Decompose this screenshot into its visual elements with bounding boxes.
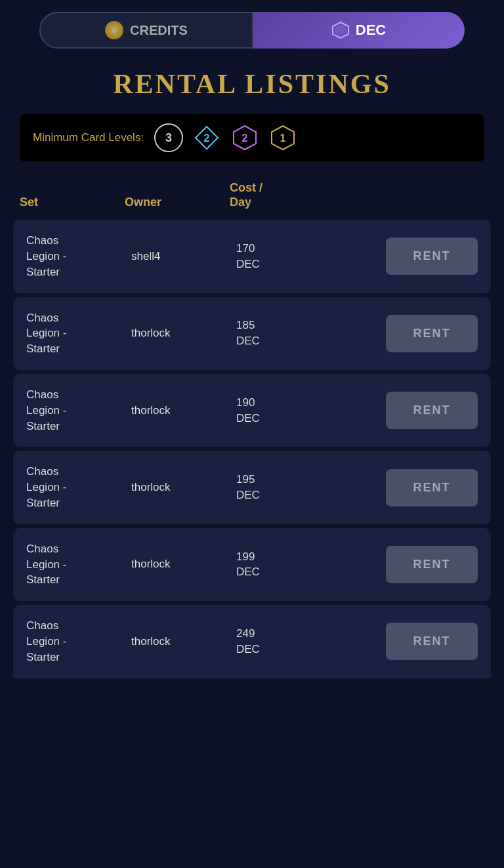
row-owner: thorlock [131,327,236,340]
listing-row: ChaosLegion -Starter thorlock 185DEC REN… [13,297,491,370]
col-header-cost: Cost /Day [230,181,308,209]
listing-row: ChaosLegion -Starter thorlock 249DEC REN… [13,605,491,678]
tab-dec-label: DEC [356,22,386,39]
tab-credits[interactable]: ● CREDITS [39,12,253,49]
row-cost: 185DEC [236,318,315,349]
level-badges: 3 2 2 1 [154,123,297,152]
row-set: ChaosLegion -Starter [26,233,131,279]
row-owner: shell4 [131,250,236,263]
level-badge-3-circle: 3 [154,123,183,152]
svg-text:2: 2 [242,133,248,144]
dec-icon [332,22,349,39]
row-set: ChaosLegion -Starter [26,387,131,434]
row-action: RENT [315,392,478,429]
svg-marker-1 [335,25,346,35]
row-action: RENT [315,623,478,660]
top-tabs: ● CREDITS DEC [0,0,504,55]
rent-button[interactable]: RENT [386,315,478,352]
svg-text:1: 1 [280,133,286,144]
tab-dec[interactable]: DEC [253,12,465,49]
row-cost: 249DEC [236,626,315,657]
row-action: RENT [315,238,478,275]
level-badge-1-hex-gold: 1 [268,123,297,152]
level-badge-2-hex-purple: 2 [230,123,259,152]
rent-button[interactable]: RENT [386,469,478,506]
table-header: Set Owner Cost /Day [0,175,504,216]
row-owner: thorlock [131,558,236,571]
col-header-owner: Owner [125,196,230,209]
row-owner: thorlock [131,481,236,494]
listings-container: ChaosLegion -Starter shell4 170DEC RENT … [0,220,504,678]
page-title: RENTAL LISTINGS [0,55,504,106]
rent-button[interactable]: RENT [386,623,478,660]
row-action: RENT [315,469,478,506]
col-header-set: Set [20,196,125,209]
listing-row: ChaosLegion -Starter thorlock 195DEC REN… [13,451,491,524]
row-cost: 190DEC [236,395,315,426]
min-card-levels-bar: Minimum Card Levels: 3 2 2 1 [20,114,484,161]
row-set: ChaosLegion -Starter [26,618,131,665]
listing-row: ChaosLegion -Starter thorlock 199DEC REN… [13,528,491,601]
row-owner: thorlock [131,635,236,648]
row-cost: 195DEC [236,472,315,503]
row-set: ChaosLegion -Starter [26,464,131,510]
row-owner: thorlock [131,404,236,417]
tab-credits-label: CREDITS [130,23,188,38]
svg-text:2: 2 [204,133,210,144]
row-action: RENT [315,546,478,583]
listing-row: ChaosLegion -Starter shell4 170DEC RENT [13,220,491,293]
rent-button[interactable]: RENT [386,546,478,583]
listing-row: ChaosLegion -Starter thorlock 190DEC REN… [13,374,491,447]
row-cost: 170DEC [236,241,315,272]
level-badge-2-diamond: 2 [192,123,221,152]
rent-button[interactable]: RENT [386,392,478,429]
row-action: RENT [315,315,478,352]
row-cost: 199DEC [236,549,315,581]
rent-button[interactable]: RENT [386,238,478,275]
row-set: ChaosLegion -Starter [26,310,131,357]
min-card-levels-label: Minimum Card Levels: [33,131,144,144]
row-set: ChaosLegion -Starter [26,541,131,588]
credits-icon: ● [105,21,123,39]
